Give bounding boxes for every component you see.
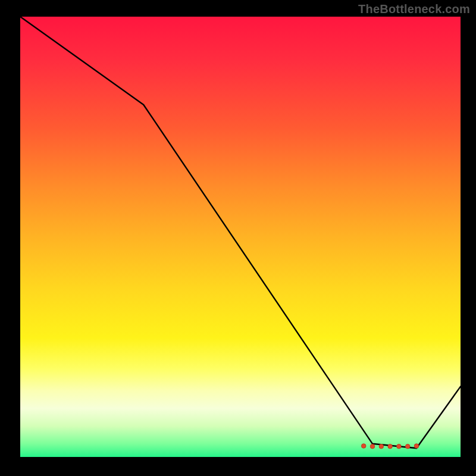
chart-svg bbox=[20, 17, 461, 457]
watermark-text: TheBottleneck.com bbox=[358, 2, 470, 16]
line-series-curve bbox=[20, 17, 461, 448]
plateau-dot bbox=[397, 444, 402, 449]
chart-frame: TheBottleneck.com bbox=[0, 0, 476, 476]
plateau-dot bbox=[370, 444, 375, 449]
plateau-dot bbox=[361, 444, 366, 449]
plateau-dot bbox=[388, 444, 393, 449]
plateau-dot bbox=[379, 444, 384, 449]
plot-area bbox=[20, 17, 461, 457]
plateau-dot bbox=[414, 444, 419, 449]
plateau-dot bbox=[405, 444, 410, 449]
